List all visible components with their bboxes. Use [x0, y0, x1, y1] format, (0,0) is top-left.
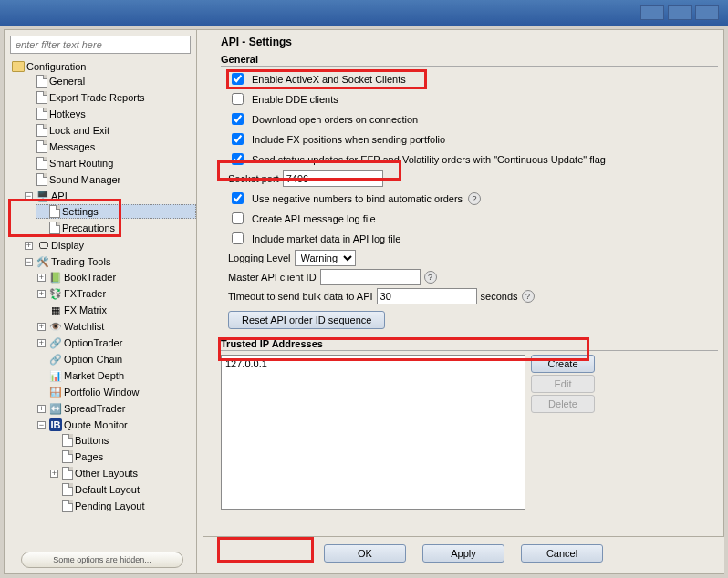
tree-item-display[interactable]: +🖵Display [23, 238, 196, 253]
page-icon [36, 108, 47, 120]
tree-item-optionchain[interactable]: 🔗Option Chain [36, 352, 196, 366]
tree-item-spread[interactable]: +↔️SpreadTrader [36, 401, 196, 416]
tree-item-settings[interactable]: Settings [36, 204, 196, 219]
tree-label: Sound Manager [49, 174, 120, 185]
hidden-options-bar[interactable]: Some options are hidden... [21, 552, 183, 568]
tree-label: General [49, 76, 85, 87]
cancel-button[interactable]: Cancel [521, 544, 603, 563]
chk-download[interactable] [232, 113, 244, 125]
display-icon: 🖵 [36, 239, 49, 252]
suffix-seconds: seconds [481, 291, 518, 302]
page-icon [36, 124, 47, 137]
tree-item-trading[interactable]: −🛠️Trading Tools [23, 254, 196, 269]
tree-item-api[interactable]: −🖥️API [23, 189, 196, 203]
minimize-button[interactable] [640, 5, 664, 20]
page-icon [49, 205, 60, 218]
watchlist-icon: 👁️ [49, 320, 62, 333]
tree-item-portfolio[interactable]: 🪟Portfolio Window [36, 385, 196, 399]
edit-button[interactable]: Edit [531, 375, 595, 393]
chk-neg[interactable] [232, 192, 244, 204]
tree-label: Hotkeys [49, 108, 86, 119]
tree-label: Smart Routing [49, 158, 113, 169]
expand-icon[interactable]: + [37, 290, 46, 298]
tree-item-sound[interactable]: Sound Manager [23, 172, 196, 187]
collapse-icon[interactable]: − [25, 192, 33, 201]
api-icon: 🖥️ [36, 190, 49, 202]
tree-label: Configuration [26, 61, 86, 72]
tree-item-messages[interactable]: Messages [23, 139, 196, 154]
tree-root-configuration[interactable]: Configuration [10, 60, 196, 73]
tree-item-fxmatrix[interactable]: ▦FX Matrix [36, 303, 196, 317]
expand-icon[interactable]: + [50, 470, 58, 478]
tree-label: Messages [49, 141, 95, 152]
apply-button[interactable]: Apply [422, 544, 504, 563]
maximize-button[interactable] [668, 5, 692, 20]
help-icon[interactable]: ? [522, 290, 535, 303]
expand-icon[interactable]: + [37, 274, 46, 282]
chk-label: Include market data in API log file [252, 233, 400, 244]
chk-dde[interactable] [232, 93, 244, 105]
chk-fx[interactable] [232, 133, 244, 145]
chk-mktdata[interactable] [232, 232, 244, 244]
tree-item-export[interactable]: Export Trade Reports [23, 90, 196, 105]
filter-input[interactable] [10, 36, 191, 54]
tree-item-precautions[interactable]: Precautions [36, 221, 196, 235]
reset-sequence-button[interactable]: Reset API order ID sequence [228, 311, 385, 329]
input-master-id[interactable] [320, 269, 421, 285]
config-tree[interactable]: Configuration General Export Trade Repor… [8, 59, 196, 548]
tree-item-optiontrader[interactable]: +🔗OptionTrader [36, 335, 196, 350]
delete-button[interactable]: Delete [531, 395, 595, 413]
page-icon [62, 450, 73, 463]
tree-item-hotkeys[interactable]: Hotkeys [23, 107, 196, 121]
tree-item-quotemonitor[interactable]: −IBQuote Monitor [36, 418, 196, 432]
tree-item-pages[interactable]: Pages [48, 449, 196, 464]
create-button[interactable]: Create [531, 355, 595, 373]
expand-icon[interactable]: + [25, 242, 33, 250]
page-icon [49, 222, 60, 234]
ip-list[interactable]: 127.0.0.1 [221, 355, 525, 510]
spread-icon: ↔️ [49, 402, 62, 415]
tree-item-marketdepth[interactable]: 📊Market Depth [36, 368, 196, 383]
booktrader-icon: 📗 [49, 271, 62, 284]
help-icon[interactable]: ? [424, 271, 437, 284]
tree-item-booktrader[interactable]: +📗BookTrader [36, 270, 196, 284]
collapse-icon[interactable]: − [37, 421, 46, 429]
tree-item-smart[interactable]: Smart Routing [23, 156, 196, 170]
optiontrader-icon: 🔗 [49, 336, 62, 349]
tree-item-general[interactable]: General [23, 74, 196, 88]
label-socket-port: Socket port [228, 173, 279, 184]
input-timeout[interactable] [377, 288, 477, 304]
tree-label: Precautions [62, 222, 115, 233]
tree-item-lock[interactable]: Lock and Exit [23, 123, 196, 138]
tree-item-otherlayouts[interactable]: +Other Layouts [48, 466, 196, 480]
tree-label: FXTrader [64, 288, 106, 299]
chk-createlog[interactable] [232, 212, 244, 224]
chk-efp[interactable] [232, 153, 244, 165]
chk-label: Enable ActiveX and Socket Clients [252, 74, 406, 85]
page-icon [36, 91, 47, 104]
tree-label: Display [51, 240, 84, 251]
ib-icon: IB [49, 418, 62, 431]
help-icon[interactable]: ? [468, 192, 481, 205]
tree-label: API [51, 191, 68, 201]
tree-item-defaultlayout[interactable]: Default Layout [48, 482, 196, 497]
expand-icon[interactable]: + [37, 405, 46, 413]
tree-item-fxtrader[interactable]: +💱FXTrader [36, 286, 196, 301]
tree-item-pendinglayout[interactable]: Pending Layout [48, 499, 196, 513]
ok-button[interactable]: OK [324, 544, 406, 563]
select-logging-level[interactable]: Warning [295, 250, 356, 266]
input-socket-port[interactable] [283, 170, 383, 187]
close-button[interactable] [695, 5, 719, 20]
page-icon [62, 434, 73, 447]
tree-item-watchlist[interactable]: +👁️Watchlist [36, 319, 196, 334]
chk-activex[interactable] [232, 73, 244, 85]
trading-icon: 🛠️ [36, 255, 49, 268]
tree-item-buttons[interactable]: Buttons [48, 433, 196, 448]
ip-entry[interactable]: 127.0.0.1 [225, 357, 521, 370]
content-pane: API - Settings General Enable ActiveX an… [203, 29, 724, 574]
fxmatrix-icon: ▦ [49, 304, 62, 316]
expand-icon[interactable]: + [37, 339, 46, 347]
expand-icon[interactable]: + [37, 323, 46, 331]
collapse-icon[interactable]: − [25, 258, 33, 266]
tree-label: Default Layout [75, 484, 140, 495]
